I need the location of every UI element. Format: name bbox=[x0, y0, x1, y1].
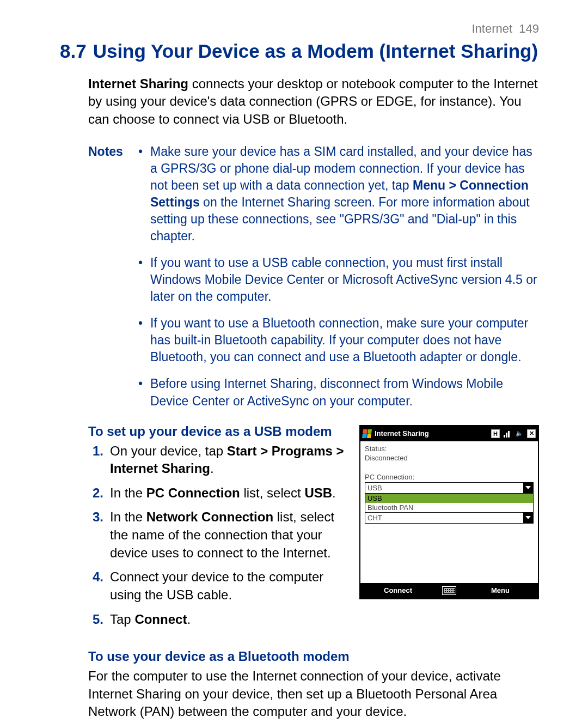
signal-icon[interactable] bbox=[503, 429, 512, 438]
step-text: Tap bbox=[110, 612, 134, 627]
manual-page: Internet 149 8.7 Using Your Device as a … bbox=[0, 0, 588, 723]
chevron-down-icon[interactable] bbox=[523, 483, 533, 493]
step-text: In the bbox=[110, 509, 146, 524]
pc-connection-combo[interactable]: USB bbox=[365, 482, 534, 494]
dropdown-option[interactable]: Bluetooth PAN bbox=[365, 503, 533, 512]
step-text: . bbox=[332, 485, 336, 500]
section-number: 8.7 bbox=[60, 39, 87, 63]
step-bold: USB bbox=[304, 485, 332, 500]
note-item: • Make sure your device has a SIM card i… bbox=[138, 143, 539, 245]
step-text: . bbox=[187, 612, 191, 627]
softkey-menu[interactable]: Menu bbox=[463, 586, 538, 594]
step-text: . bbox=[210, 461, 214, 476]
section-title: Using Your Device as a Modem (Internet S… bbox=[93, 39, 538, 63]
step-item: 2. In the PC Connection list, select USB… bbox=[88, 484, 347, 502]
network-connection-combo[interactable]: CHT bbox=[365, 513, 534, 524]
status-value: Disconnected bbox=[365, 454, 534, 462]
step-text: In the bbox=[110, 485, 146, 500]
note-text: If you want to use a USB cable connectio… bbox=[150, 254, 539, 305]
pc-connection-value: USB bbox=[365, 484, 523, 492]
step-item: 4. Connect your device to the computer u… bbox=[88, 568, 347, 604]
step-bold: PC Connection bbox=[146, 485, 240, 500]
step-item: 5. Tap Connect. bbox=[88, 611, 347, 629]
keyboard-icon bbox=[442, 586, 456, 595]
step-number: 2. bbox=[88, 484, 103, 502]
pc-connection-label: PC Connection: bbox=[365, 473, 534, 481]
note-text: Before using Internet Sharing, disconnec… bbox=[150, 375, 539, 409]
device-titlebar: Internet Sharing H 🔈 ✕ bbox=[360, 426, 538, 441]
notes-block: Notes • Make sure your device has a SIM … bbox=[88, 143, 539, 410]
bullet-icon: • bbox=[138, 375, 143, 409]
step-number: 1. bbox=[88, 442, 103, 478]
dropdown-option[interactable]: USB bbox=[365, 494, 533, 503]
softkey-connect[interactable]: Connect bbox=[360, 586, 436, 594]
speaker-icon[interactable]: 🔈 bbox=[515, 429, 524, 438]
step-number: 4. bbox=[88, 568, 103, 604]
bluetooth-subheading: To use your device as a Bluetooth modem bbox=[88, 649, 539, 664]
step-item: 3. In the Network Connection list, selec… bbox=[88, 508, 347, 562]
note-item: • If you want to use a USB cable connect… bbox=[138, 254, 539, 305]
running-header: Internet 149 bbox=[60, 22, 539, 36]
bluetooth-paragraph: For the computer to use the Internet con… bbox=[88, 667, 539, 721]
step-text: list, select bbox=[240, 485, 305, 500]
page-number: 149 bbox=[519, 22, 539, 35]
connection-h-icon[interactable]: H bbox=[491, 429, 500, 438]
notes-label: Notes bbox=[88, 143, 123, 410]
device-softkeys: Connect Menu bbox=[360, 583, 538, 598]
device-screenshot: Internet Sharing H 🔈 ✕ Status: Disconnec… bbox=[359, 425, 539, 599]
step-number: 3. bbox=[88, 508, 103, 562]
step-bold: Connect bbox=[134, 612, 187, 627]
close-icon[interactable]: ✕ bbox=[527, 429, 536, 438]
bullet-icon: • bbox=[138, 315, 143, 366]
step-bold: Network Connection bbox=[146, 509, 273, 524]
device-body: Status: Disconnected PC Connection: USB … bbox=[360, 441, 538, 583]
step-text: Connect your device to the computer usin… bbox=[110, 568, 347, 604]
chapter-name: Internet bbox=[471, 22, 512, 35]
note-item: • Before using Internet Sharing, disconn… bbox=[138, 375, 539, 409]
notes-list: • Make sure your device has a SIM card i… bbox=[138, 143, 539, 410]
step-text: On your device, tap bbox=[110, 443, 227, 458]
usb-subheading: To set up your device as a USB modem bbox=[88, 424, 347, 439]
bullet-icon: • bbox=[138, 143, 143, 245]
note-text: on the Internet Sharing screen. For more… bbox=[150, 195, 530, 243]
note-text: If you want to use a Bluetooth connectio… bbox=[150, 315, 539, 366]
note-item: • If you want to use a Bluetooth connect… bbox=[138, 315, 539, 366]
step-number: 5. bbox=[88, 611, 103, 629]
chevron-down-icon[interactable] bbox=[523, 513, 533, 523]
device-title: Internet Sharing bbox=[375, 429, 429, 438]
network-connection-value: CHT bbox=[365, 514, 523, 522]
pc-connection-dropdown: USB Bluetooth PAN bbox=[365, 494, 534, 513]
status-label: Status: bbox=[365, 445, 534, 453]
usb-steps: 1. On your device, tap Start > Programs … bbox=[88, 442, 347, 629]
step-item: 1. On your device, tap Start > Programs … bbox=[88, 442, 347, 478]
softkey-keyboard[interactable] bbox=[436, 586, 463, 595]
section-heading: 8.7 Using Your Device as a Modem (Intern… bbox=[60, 39, 539, 63]
intro-paragraph: Internet Sharing connects your desktop o… bbox=[88, 75, 539, 128]
intro-lead: Internet Sharing bbox=[88, 76, 188, 91]
windows-flag-icon[interactable] bbox=[362, 429, 372, 438]
bullet-icon: • bbox=[138, 254, 143, 305]
